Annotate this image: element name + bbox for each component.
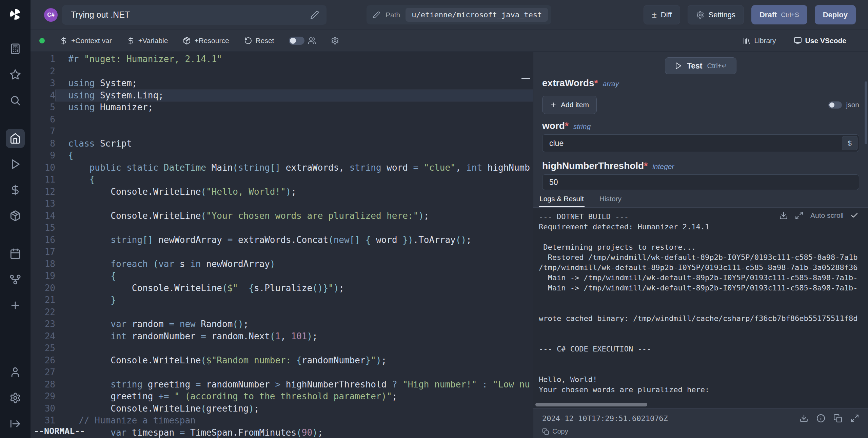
code-line: 20 Console.WriteLine($" {s.Pluralize()}"… — [31, 282, 533, 294]
code-line: 3using System; — [31, 77, 533, 90]
copy-result-icon[interactable] — [833, 414, 842, 423]
path-editor[interactable]: Path u/etienne/microsoft_java_test — [367, 5, 551, 24]
deploy-button[interactable]: Deploy — [815, 5, 856, 24]
add-variable-button[interactable]: +Variable — [127, 37, 168, 45]
sidebar-item-home[interactable] — [6, 129, 25, 148]
sidebar-item-gear[interactable] — [6, 388, 25, 407]
sidebar-item-dollar[interactable] — [6, 180, 25, 199]
sidebar-item-nodes[interactable] — [6, 270, 25, 289]
log-line — [539, 232, 868, 242]
home-icon — [9, 133, 21, 144]
sidebar-item-calculator[interactable] — [6, 39, 25, 58]
horizontal-scrollbar[interactable] — [535, 403, 647, 406]
script-title-box[interactable]: Trying out .NET — [62, 5, 327, 25]
settings-button[interactable]: Settings — [688, 5, 744, 24]
log-line: Determining projects to restore... — [539, 242, 868, 252]
log-line — [539, 293, 868, 303]
sidebar-item-star[interactable] — [6, 65, 25, 84]
arg-name: word — [542, 120, 565, 131]
play-icon — [9, 158, 21, 170]
calculator-icon — [9, 43, 21, 55]
required-asterisk: * — [594, 78, 598, 89]
reset-button[interactable]: Reset — [244, 37, 274, 45]
arg-word-header: word * string — [542, 120, 859, 131]
assistant-toggle-group — [289, 37, 316, 45]
word-input[interactable] — [542, 134, 859, 152]
main-area: C# Trying out .NET Path u/etienne/micros… — [31, 0, 868, 438]
content: 1#r "nuget: Humanizer, 2.14.1"23using Sy… — [31, 52, 868, 438]
copy-icon — [542, 428, 549, 435]
sidebar-item-package[interactable] — [6, 206, 25, 225]
log-line — [539, 334, 868, 344]
vim-status: --NORMAL-- — [31, 425, 88, 438]
status-dot — [39, 38, 45, 43]
copy-row[interactable]: Copy — [542, 427, 859, 435]
auto-scroll-label[interactable]: Auto scroll — [810, 211, 844, 220]
edit-path-pencil-icon[interactable] — [373, 11, 380, 19]
code-line: 25 — [31, 342, 533, 355]
code-line: 10 public static DateTime Main(string[] … — [31, 162, 533, 174]
sidebar-item-user[interactable] — [6, 363, 25, 382]
draft-button[interactable]: Draft Ctrl+S — [751, 5, 807, 24]
dollar-icon — [9, 184, 21, 196]
plus-icon — [550, 101, 557, 108]
dollar-icon — [127, 37, 135, 45]
threshold-input[interactable] — [542, 174, 859, 190]
code-line: 27 — [31, 366, 533, 379]
log-line — [539, 354, 868, 364]
logs-output[interactable]: --- DOTNET BUILD ---Requirement detected… — [533, 208, 868, 408]
add-variable-label: +Variable — [138, 37, 168, 45]
code-editor[interactable]: 1#r "nuget: Humanizer, 2.14.1"23using Sy… — [31, 52, 533, 438]
search-icon — [9, 95, 21, 106]
dollar-icon — [60, 37, 68, 45]
panel-scrollbar[interactable] — [865, 81, 867, 144]
package-icon — [183, 37, 191, 45]
sidebar-item-arrow-right[interactable] — [6, 414, 25, 433]
sidebar-item-play[interactable] — [6, 155, 25, 174]
log-line: wrote cached binary: /tmp/windmill/cache… — [539, 313, 868, 324]
expand-logs-icon[interactable] — [795, 211, 804, 220]
edit-title-pencil-icon[interactable] — [310, 11, 319, 19]
user-icon — [9, 366, 21, 378]
download-logs-icon[interactable] — [779, 211, 788, 220]
nodes-icon — [9, 274, 21, 285]
sidebar-item-calendar[interactable] — [6, 244, 25, 263]
sidebar-item-plus[interactable] — [6, 296, 25, 315]
tab-history[interactable]: History — [599, 192, 622, 207]
diff-button[interactable]: ± Diff — [644, 5, 680, 24]
top-actions: ± Diff Settings Draft Ctrl+S Deploy — [644, 5, 856, 24]
add-context-var-button[interactable]: +Context var — [60, 37, 112, 45]
tab-logs-result[interactable]: Logs & Result — [539, 192, 585, 207]
json-toggle[interactable] — [828, 101, 842, 109]
use-vscode-button[interactable]: Use VScode — [794, 37, 846, 45]
json-toggle-group: json — [828, 101, 859, 109]
add-item-button[interactable]: Add item — [542, 96, 597, 114]
add-resource-button[interactable]: +Resource — [183, 37, 229, 45]
play-icon — [674, 62, 682, 70]
test-button[interactable]: Test Ctrl+↵ — [665, 57, 736, 74]
arg-type: array — [603, 80, 619, 88]
toolbar-gear-icon[interactable] — [331, 37, 339, 45]
download-result-icon[interactable] — [800, 414, 808, 423]
auto-scroll-check-icon[interactable] — [850, 211, 859, 220]
expand-result-icon[interactable] — [850, 414, 859, 423]
library-button[interactable]: Library — [743, 37, 776, 45]
assistant-toggle[interactable] — [289, 37, 304, 45]
arg-name: highNumberThreshold — [542, 160, 644, 171]
info-icon[interactable] — [816, 414, 825, 423]
users-icon — [308, 37, 316, 45]
required-asterisk: * — [565, 120, 569, 131]
diff-icon: ± — [652, 11, 657, 19]
variable-picker-button[interactable]: $ — [842, 136, 857, 150]
settings-label: Settings — [708, 11, 735, 19]
test-label: Test — [687, 61, 703, 71]
windmill-logo-icon[interactable] — [8, 7, 22, 21]
code-line: 28 string greeting = randomNumber > high… — [31, 379, 533, 391]
sidebar-item-search[interactable] — [6, 91, 25, 110]
star-icon — [9, 69, 21, 80]
editor-toolbar: +Context var +Variable +Resource Reset — [31, 30, 868, 52]
result-timestamp: 2024-12-10T17:29:51.6021076Z — [542, 414, 668, 423]
topbar: C# Trying out .NET Path u/etienne/micros… — [31, 0, 868, 30]
code-line: 16 string[] newWordArray = extraWords.Co… — [31, 234, 533, 246]
code-line: 24 int randomNumber = random.Next(1, 101… — [31, 330, 533, 343]
